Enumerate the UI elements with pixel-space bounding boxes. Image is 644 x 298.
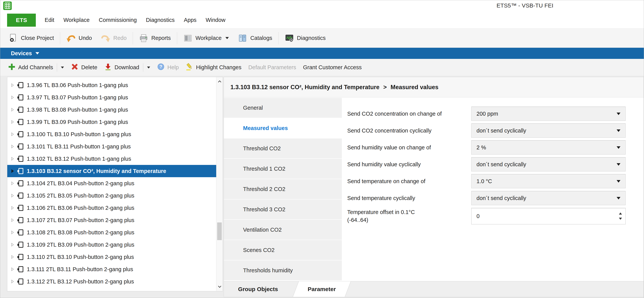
default-parameters-button[interactable]: Default Parameters (248, 64, 296, 71)
tree-row[interactable]: 1.3.99 TL B3.09 Push-button 1-gang plus (7, 116, 216, 128)
download-dropdown-icon[interactable] (147, 67, 150, 68)
expander-icon[interactable] (10, 132, 14, 136)
tree-row[interactable]: 1.3.103 B3.12 sensor CO², Humidity and T… (7, 165, 216, 177)
expander-icon[interactable] (10, 181, 14, 185)
scroll-up-button[interactable] (216, 77, 223, 86)
tree-row[interactable]: 1.3.104 2TL B3.04 Push-button 2-gang plu… (7, 177, 216, 190)
redo-icon (101, 34, 110, 43)
device-icon (17, 241, 24, 248)
expander-icon[interactable] (10, 83, 14, 87)
add-channels-button[interactable]: Add Channels (8, 63, 53, 72)
redo-button[interactable]: Redo (101, 34, 126, 43)
parameter-field-list: Send CO2 concentration on change of 200 … (347, 107, 644, 205)
tree-row-label: 1.3.101 TL B3.11 Push-button 1-gang plus (27, 143, 131, 150)
tree-row[interactable]: 1.3.109 2TL B3.09 Push-button 2-gang plu… (7, 239, 216, 251)
expander-icon[interactable] (10, 267, 14, 271)
parameter-tab[interactable]: Measured values (224, 118, 342, 138)
spinner-value: 0 (476, 213, 480, 219)
download-button[interactable]: Download (104, 63, 139, 72)
bottom-tab[interactable]: Parameter (292, 281, 351, 297)
parameter-field-row: Send temperature cyclically don´t send c… (347, 191, 644, 205)
expander-icon[interactable] (10, 120, 14, 124)
workplace-button[interactable]: Workplace (183, 34, 229, 43)
parameter-field-row: Send humidity value on change of 2 % (347, 140, 644, 155)
parameter-tab[interactable]: Threshold 2 CO2 (224, 179, 342, 199)
menubar: ETS Edit Workplace Commissioning Diagnos… (0, 12, 644, 29)
help-icon: ? (157, 63, 165, 72)
tree-row[interactable]: 1.3.112 2TL B3.12 Push-button 2-gang plu… (7, 275, 216, 288)
menu-item[interactable]: Window (206, 17, 226, 23)
catalogs-button[interactable]: Catalogs (238, 34, 272, 43)
highlight-changes-button[interactable]: Highlight Changes (186, 63, 242, 72)
tree-row[interactable]: 1.3.110 2TL B3.10 Push-button 2-gang plu… (7, 251, 216, 263)
parameter-tab[interactable]: Scenes CO2 (224, 240, 342, 260)
expander-icon[interactable] (10, 230, 14, 235)
diagnostics-button[interactable]: Diagnostics (285, 34, 326, 43)
menu-item[interactable]: Commissioning (99, 17, 137, 23)
scrollbar-thumb[interactable] (217, 222, 222, 240)
tree-row-label: 1.3.105 2TL B3.05 Push-button 2-gang plu… (27, 193, 134, 199)
expander-icon[interactable] (10, 255, 14, 259)
parameter-tab[interactable]: Threshold 1 CO2 (224, 159, 342, 179)
grant-customer-access-button[interactable]: Grant Customer Access (303, 64, 362, 71)
tree-row[interactable]: 1.3.101 TL B3.11 Push-button 1-gang plus (7, 140, 216, 153)
dropdown-select[interactable]: 200 ppm (471, 107, 626, 121)
spinner-down-button[interactable] (619, 218, 622, 220)
view-selector-bar[interactable]: Devices (0, 48, 644, 59)
scroll-down-button[interactable] (216, 282, 223, 291)
tree-row[interactable]: 1.3.111 2TL B3.11 Push-button 2-gang plu… (7, 263, 216, 275)
delete-button[interactable]: Delete (71, 63, 97, 72)
reports-button[interactable]: Reports (139, 34, 171, 43)
tree-row[interactable]: 1.3.107 2TL B3.07 Push-button 2-gang plu… (7, 214, 216, 226)
parameter-field-row: Send humidity value cyclically don´t sen… (347, 157, 644, 172)
tree-row[interactable]: 1.3.100 TL B3.10 Push-button 1-gang plus (7, 128, 216, 140)
parameter-tab[interactable]: General (224, 98, 342, 118)
dropdown-select[interactable]: don´t send cyclically (471, 123, 626, 138)
expander-icon[interactable] (10, 108, 14, 112)
tree-row[interactable]: 1.3.98 TL B3.08 Push-button 1-gang plus (7, 104, 216, 116)
spinner-up-button[interactable] (619, 212, 622, 215)
tree-row[interactable]: 1.3.106 2TL B3.06 Push-button 2-gang plu… (7, 202, 216, 214)
dropdown-select[interactable]: don´t send cyclically (471, 157, 626, 172)
expander-icon[interactable] (10, 157, 14, 161)
expander-icon[interactable] (10, 218, 14, 222)
expander-icon[interactable] (10, 279, 14, 284)
bottom-tab[interactable]: Group Objects (226, 281, 290, 297)
device-icon (17, 192, 24, 199)
parameter-tab[interactable]: Threshold CO2 (224, 138, 342, 159)
expander-icon[interactable] (10, 169, 14, 173)
dropdown-select[interactable]: 2 % (471, 140, 626, 155)
tree-row-label: 1.3.98 TL B3.08 Push-button 1-gang plus (27, 107, 128, 113)
menu-item[interactable]: Workplace (64, 17, 90, 23)
close-project-button[interactable]: Close Project (8, 34, 54, 43)
tree-row[interactable]: 1.3.105 2TL B3.05 Push-button 2-gang plu… (7, 190, 216, 202)
toolbar-separator (143, 63, 143, 72)
tree-scrollbar[interactable] (216, 77, 223, 291)
expander-icon[interactable] (10, 194, 14, 198)
expander-icon[interactable] (10, 243, 14, 247)
menu-item[interactable]: Edit (44, 17, 54, 23)
menu-item[interactable]: Apps (184, 17, 196, 23)
tree-row[interactable]: 1.3.108 2TL B3.08 Push-button 2-gang plu… (7, 226, 216, 239)
menu-ets-button[interactable]: ETS (7, 14, 36, 27)
dropdown-select[interactable]: 1.0 °C (471, 174, 626, 188)
tree-row[interactable]: 1.3.102 TL B3.12 Push-button 1-gang plus (7, 153, 216, 165)
dropdown-select[interactable]: don´t send cyclically (471, 191, 626, 205)
chevron-down-icon (36, 52, 39, 54)
undo-button[interactable]: Undo (66, 34, 92, 43)
expander-icon[interactable] (10, 206, 14, 210)
tree-row[interactable]: 1.3.96 TL B3.06 Push-button 1-gang plus (7, 79, 216, 91)
add-channels-dropdown-icon[interactable] (61, 67, 64, 68)
parameter-tab[interactable]: Ventilation CO2 (224, 220, 342, 240)
help-button[interactable]: ? Help (157, 63, 179, 72)
number-spinner[interactable]: 0 (471, 208, 626, 224)
expander-icon[interactable] (10, 95, 14, 99)
tree-row[interactable]: 1.3.97 TL B3.07 Push-button 1-gang plus (7, 91, 216, 104)
chevron-down-icon (616, 146, 620, 149)
expander-icon[interactable] (10, 144, 14, 148)
field-label: Send humidity value cyclically (347, 161, 471, 168)
toolbar-separator (60, 32, 60, 44)
parameter-tab[interactable]: Threshold 3 CO2 (224, 199, 342, 219)
parameter-tab[interactable]: Thresholds humidity (224, 260, 342, 280)
menu-item[interactable]: Diagnostics (146, 17, 175, 23)
